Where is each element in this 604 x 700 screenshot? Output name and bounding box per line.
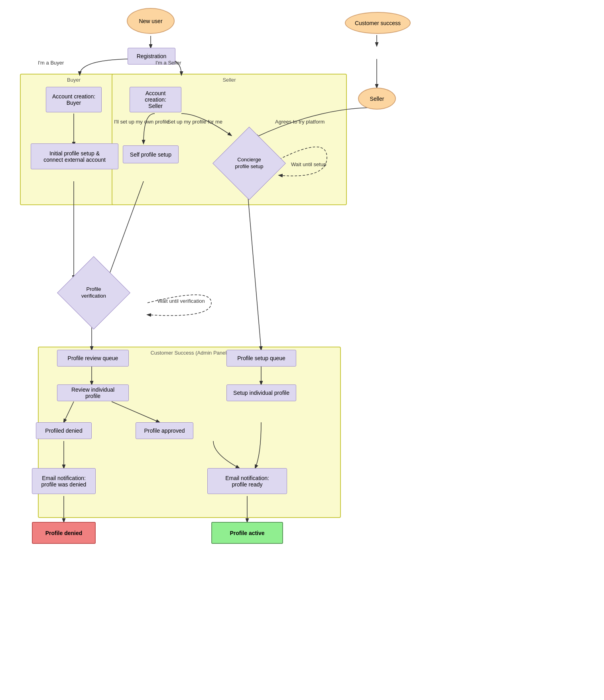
profile-approved-node: Profile approved <box>136 422 193 439</box>
seller-oval-node: Seller <box>358 88 396 110</box>
account-seller-node: Account creation: Seller <box>130 87 181 112</box>
svg-line-11 <box>247 187 261 350</box>
verification-label: Profile verification <box>74 286 114 300</box>
wait-until-setup-label: Wait until setup <box>291 161 326 167</box>
email-denied-node: Email notification: profile was denied <box>32 468 96 494</box>
account-buyer-node: Account creation: Buyer <box>46 87 102 112</box>
admin-box-label: Customer Success (Admin Panel) <box>150 350 228 356</box>
review-individual-node: Review individual profile <box>57 384 129 401</box>
initial-profile-node: Initial profile setup & connect external… <box>31 143 118 169</box>
wait-until-verification-label: Wait until verification <box>157 298 205 304</box>
agrees-to-try-label: Agrees to try platform <box>275 119 325 125</box>
profile-active-final-node: Profile active <box>211 522 283 544</box>
im-seller-label: I'm a Seller <box>155 60 181 66</box>
concierge-profile-container: Concierge profile setup <box>221 135 277 191</box>
ill-set-own-label: I'll set up my own profile <box>114 119 169 125</box>
seller-box-label: Seller <box>222 77 236 83</box>
self-profile-node: Self profile setup <box>123 145 179 163</box>
profile-verification-container: Profile verification <box>66 265 122 321</box>
profiled-denied-node: Profiled denied <box>36 422 92 439</box>
customer-success-node: Customer success <box>345 12 411 34</box>
email-ready-node: Email notification: profile ready <box>207 468 287 494</box>
profile-denied-final-node: Profile denied <box>32 522 96 544</box>
profile-review-queue-node: Profile review queue <box>57 350 129 367</box>
diagram-container: { "nodes": { "new_user": { "label": "New… <box>0 0 604 700</box>
buyer-box-label: Buyer <box>67 77 81 83</box>
new-user-node: New user <box>127 8 175 34</box>
im-buyer-label: I'm a Buyer <box>38 60 64 66</box>
concierge-label: Concierge profile setup <box>229 157 269 170</box>
set-up-for-me-label: Set up my profile for me <box>167 119 222 125</box>
setup-individual-node: Setup individual profile <box>226 384 296 401</box>
profile-setup-queue-node: Profile setup queue <box>226 350 296 367</box>
